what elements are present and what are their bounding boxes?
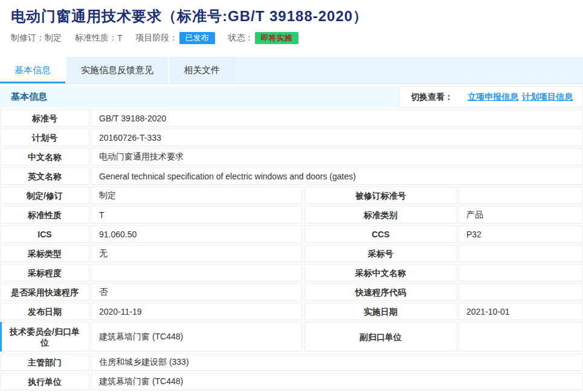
row-value: 建筑幕墙门窗 (TC448) — [91, 322, 303, 352]
table-row: 发布日期2020-11-19实施日期2021-10-01 — [0, 303, 583, 320]
meta-value: T — [117, 33, 123, 43]
row-label: 中文名称 — [0, 148, 89, 165]
row-value-2 — [459, 283, 583, 301]
row-value-2 — [459, 245, 583, 262]
table-row: 采标类型无采标号 — [0, 245, 583, 262]
table-row: 英文名称General technical specification of e… — [0, 167, 583, 185]
meta-item-revision: 制修订：制定 — [11, 33, 62, 43]
row-label: ICS — [0, 225, 89, 243]
row-label: 采标程度 — [0, 264, 89, 281]
row-value-2: 产品 — [459, 206, 583, 223]
row-label-2: 采标中文名称 — [304, 264, 457, 281]
section-bar: 基本信息 切换查看： 立项申报信息 计划项目信息 — [0, 86, 583, 108]
row-value: 制定 — [91, 187, 303, 204]
table-row: 标准号GB/T 39188-2020 — [0, 109, 583, 127]
row-label: 技术委员会/归口单位 — [0, 322, 89, 352]
row-value: 无 — [91, 245, 303, 262]
info-table: 标准号GB/T 39188-2020计划号20160726-T-333中文名称电… — [0, 109, 583, 390]
link-project-application-info[interactable]: 立项申报信息 — [468, 92, 518, 103]
meta-row: 制修订：制定 标准性质：T 项目阶段：已发布 状态：即将实施 — [11, 32, 572, 44]
view-switcher: 切换查看： 立项申报信息 计划项目信息 — [399, 86, 583, 108]
row-label-2: 标准类别 — [304, 206, 457, 223]
row-value-2: 2021-10-01 — [459, 303, 583, 320]
table-row: ICS91.060.50CCSP32 — [0, 225, 583, 243]
row-value-2 — [459, 264, 583, 281]
table-row: 制定/修订制定被修订标准号 — [0, 187, 583, 204]
row-label: 主管部门 — [0, 353, 89, 371]
row-value: GB/T 39188-2020 — [91, 109, 583, 127]
tab-implementation-feedback[interactable]: 实施信息反馈意见 — [65, 57, 168, 83]
stage-badge: 已发布 — [179, 32, 215, 44]
row-value: 电动门窗通用技术要求 — [91, 148, 583, 165]
table-row: 标准性质T标准类别产品 — [0, 206, 583, 223]
meta-item-status: 状态：即将实施 — [228, 32, 298, 44]
row-label-2: 实施日期 — [304, 303, 457, 320]
table-row: 中文名称电动门窗通用技术要求 — [0, 148, 583, 165]
link-plan-project-info[interactable]: 计划项目信息 — [522, 92, 573, 103]
row-value — [91, 264, 303, 281]
row-value: 2020-11-19 — [91, 303, 303, 320]
row-value: 建筑幕墙门窗 (TC448) — [91, 373, 583, 390]
row-label: 执行单位 — [0, 373, 89, 390]
status-badge: 即将实施 — [255, 32, 298, 44]
meta-label: 标准性质： — [75, 33, 117, 43]
table-row: 执行单位建筑幕墙门窗 (TC448) — [0, 373, 583, 390]
row-label: 英文名称 — [0, 167, 89, 185]
row-label: 标准性质 — [0, 206, 89, 223]
row-label: 计划号 — [0, 129, 89, 146]
row-value-2: P32 — [459, 225, 583, 243]
table-row: 是否采用快速程序否快速程序代码 — [0, 283, 583, 301]
row-value: 91.060.50 — [91, 225, 303, 243]
row-label-2: 被修订标准号 — [304, 187, 457, 204]
meta-label: 项目阶段： — [136, 33, 178, 43]
meta-label: 制修订： — [11, 33, 45, 43]
meta-item-stage: 项目阶段：已发布 — [136, 32, 215, 44]
row-label-2: 采标号 — [304, 245, 457, 262]
row-value: General technical specification of elect… — [91, 167, 583, 185]
page-title: 电动门窗通用技术要求（标准号:GB/T 39188-2020） — [11, 7, 572, 25]
row-value: 否 — [91, 283, 303, 301]
switch-label: 切换查看： — [411, 92, 453, 103]
table-row: 计划号20160726-T-333 — [0, 129, 583, 146]
row-label: 是否采用快速程序 — [0, 283, 89, 301]
row-value-2 — [459, 322, 583, 352]
page-header: 电动门窗通用技术要求（标准号:GB/T 39188-2020） 制修订：制定 标… — [0, 0, 583, 44]
meta-label: 状态： — [228, 33, 254, 43]
table-row: 采标程度采标中文名称 — [0, 264, 583, 281]
row-label-2: 快速程序代码 — [304, 283, 457, 301]
row-label: 采标类型 — [0, 245, 89, 262]
row-value: 住房和城乡建设部 (333) — [91, 353, 583, 371]
meta-value: 制定 — [45, 33, 62, 43]
row-value-2 — [459, 187, 583, 204]
row-value: 20160726-T-333 — [91, 129, 583, 146]
table-row: 技术委员会/归口单位建筑幕墙门窗 (TC448)副归口单位 — [0, 322, 583, 352]
row-label-2: CCS — [304, 225, 457, 243]
row-label: 标准号 — [0, 109, 89, 127]
table-row: 主管部门住房和城乡建设部 (333) — [0, 353, 583, 371]
tab-related-files[interactable]: 相关文件 — [168, 57, 234, 83]
row-value: T — [91, 206, 303, 223]
row-label-2: 副归口单位 — [304, 322, 457, 352]
section-title: 基本信息 — [11, 91, 47, 103]
meta-item-nature: 标准性质：T — [75, 33, 123, 43]
tab-basic-info[interactable]: 基本信息 — [0, 57, 65, 83]
tab-strip: 基本信息 实施信息反馈意见 相关文件 — [0, 57, 583, 84]
row-label: 制定/修订 — [0, 187, 89, 204]
row-label: 发布日期 — [0, 303, 89, 320]
